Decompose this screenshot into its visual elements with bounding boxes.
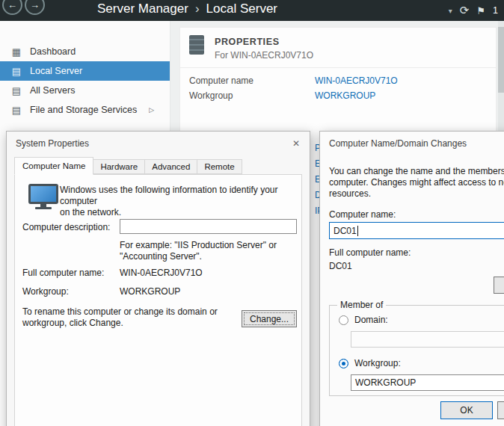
tab-bar: Computer Name Hardware Advanced Remote xyxy=(14,157,242,174)
sidebar-item-file-storage-services[interactable]: ▤ File and Storage Services ▷ xyxy=(0,100,170,120)
more-button[interactable]: More... xyxy=(494,277,504,294)
tab-remote[interactable]: Remote xyxy=(197,159,242,174)
breadcrumb: Server Manager › Local Server xyxy=(97,1,277,16)
workgroup-radio-label: Workgroup: xyxy=(354,358,401,368)
workgroup-radio[interactable] xyxy=(339,359,348,368)
sidebar-item-dashboard[interactable]: ▦ Dashboard xyxy=(0,42,170,61)
tab-advanced[interactable]: Advanced xyxy=(145,159,197,174)
property-row: Computer name WIN-0AECRJ0V71O xyxy=(180,75,496,89)
computer-name-link[interactable]: WIN-0AECRJ0V71O xyxy=(315,75,398,86)
server-icon: ▤ xyxy=(10,66,22,77)
chevron-down-icon[interactable]: ▾ xyxy=(449,7,452,15)
page-title: Local Server xyxy=(206,1,277,16)
sidebar-item-local-server[interactable]: ▤ Local Server xyxy=(0,61,170,81)
dialog-title: Computer Name/Domain Changes xyxy=(329,138,467,149)
computer-name-input[interactable]: DC01 xyxy=(329,222,504,239)
server-icon: ▤ xyxy=(10,85,22,96)
back-button[interactable]: ← xyxy=(2,0,22,15)
workgroup-radio-row: Workgroup: xyxy=(339,358,401,368)
domain-radio-row: Domain: xyxy=(339,315,388,325)
computer-name-label: Computer name: xyxy=(329,209,396,220)
server-icon: ▤ xyxy=(10,105,22,116)
full-computer-name-value: WIN-0AECRJ0V71O xyxy=(120,268,203,278)
titlebar-actions: ▾ ⟳ ⚑ 1 xyxy=(449,0,498,21)
sidebar-item-label: Dashboard xyxy=(30,46,76,57)
properties-header: PROPERTIES For WIN-0AECRJ0V71O xyxy=(180,28,496,68)
computer-name-tab-panel: Windows uses the following information t… xyxy=(14,174,302,426)
server-manager-window: ← → Server Manager › Local Server ▾ ⟳ ⚑ … xyxy=(0,0,504,426)
workgroup-input[interactable]: WORKGROUP xyxy=(351,374,504,391)
ok-button[interactable]: OK xyxy=(440,401,493,419)
domain-radio[interactable] xyxy=(339,315,348,325)
intro-text: Windows uses the following information t… xyxy=(60,185,293,218)
sidebar-item-label: File and Storage Services xyxy=(30,105,137,115)
full-computer-name-value: DC01 xyxy=(329,261,352,271)
sidebar-item-label: All Servers xyxy=(30,85,75,96)
close-icon[interactable]: ✕ xyxy=(289,137,303,150)
domain-radio-label: Domain: xyxy=(354,315,388,325)
cancel-button[interactable]: Cancel xyxy=(497,401,504,419)
property-label: Workgroup xyxy=(189,90,233,101)
member-of-groupbox: Member of Domain: Workgroup: WORKGROUP xyxy=(329,305,504,396)
forward-arrow-icon: → xyxy=(30,0,40,10)
back-arrow-icon: ← xyxy=(7,0,17,10)
titlebar: ← → Server Manager › Local Server ▾ ⟳ ⚑ … xyxy=(0,0,504,21)
full-computer-name-label: Full computer name: xyxy=(22,268,104,278)
computer-name-value: DC01 xyxy=(334,226,357,236)
member-of-label: Member of xyxy=(337,300,386,310)
forward-button[interactable]: → xyxy=(25,0,45,15)
workgroup-label: Workgroup: xyxy=(22,286,69,297)
tab-hardware[interactable]: Hardware xyxy=(93,159,145,174)
breadcrumb-separator-icon: › xyxy=(195,1,200,16)
sidebar-item-label: Local Server xyxy=(30,66,82,76)
sidebar-item-all-servers[interactable]: ▤ All Servers xyxy=(0,81,170,100)
scrollbar-thumb[interactable] xyxy=(498,27,504,93)
refresh-icon[interactable]: ⟳ xyxy=(460,4,470,17)
text-cursor xyxy=(357,226,358,236)
computer-description-label: Computer description: xyxy=(22,222,110,232)
system-properties-dialog: System Properties ✕ Computer Name Hardwa… xyxy=(6,131,310,426)
dashboard-icon: ▦ xyxy=(10,46,22,58)
properties-subtitle: For WIN-0AECRJ0V71O xyxy=(215,50,313,61)
chevron-right-icon[interactable]: ▷ xyxy=(149,106,154,114)
change-button[interactable]: Change... xyxy=(242,310,297,327)
description-example-text: For example: "IIS Production Server" or … xyxy=(120,240,277,262)
property-row: Workgroup WORKGROUP xyxy=(180,90,496,104)
full-computer-name-label: Full computer name: xyxy=(329,247,411,258)
app-title: Server Manager xyxy=(97,1,188,16)
domain-input[interactable] xyxy=(351,331,504,348)
computer-description-input[interactable] xyxy=(120,219,297,234)
rename-instruction-text: To rename this computer or change its do… xyxy=(22,306,239,329)
notifications-flag-icon[interactable]: ⚑ xyxy=(476,5,485,16)
workgroup-link[interactable]: WORKGROUP xyxy=(315,90,375,101)
tab-computer-name[interactable]: Computer Name xyxy=(14,157,93,175)
computer-monitor-icon xyxy=(28,184,58,209)
workgroup-value: WORKGROUP xyxy=(355,377,416,388)
properties-title: PROPERTIES xyxy=(215,37,280,47)
property-label: Computer name xyxy=(189,75,253,86)
intro-text: You can change the name and the membersh… xyxy=(329,166,504,200)
dialog-title: System Properties xyxy=(16,138,89,149)
notification-count: 1 xyxy=(493,5,498,16)
domain-changes-dialog: Computer Name/Domain Changes You can cha… xyxy=(319,131,504,426)
server-tile-icon xyxy=(189,35,204,55)
workgroup-value: WORKGROUP xyxy=(120,286,180,297)
